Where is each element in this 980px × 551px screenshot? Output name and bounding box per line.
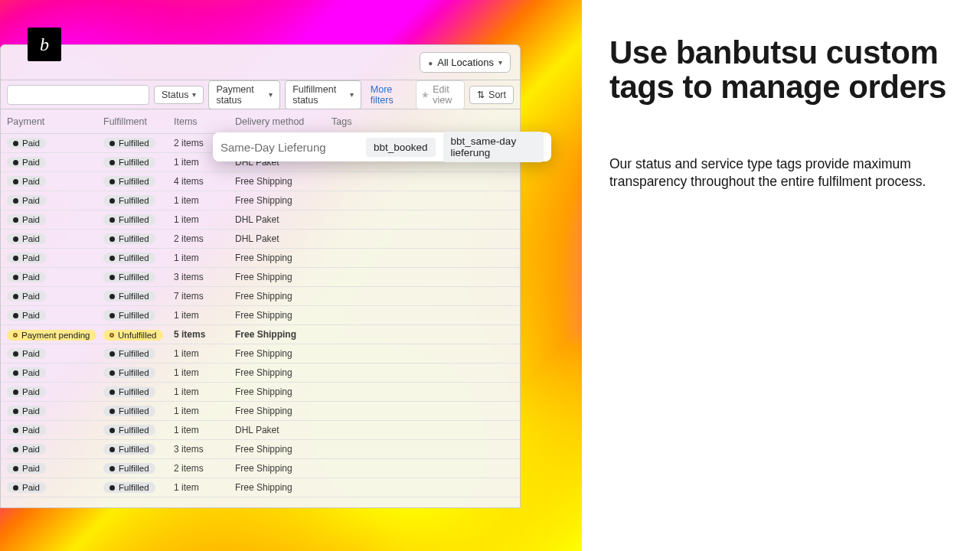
items-cell: 2 items: [174, 463, 235, 474]
status-dot-icon: [109, 390, 115, 395]
tag-callout: Same-Day Lieferung bbt_booked bbt_same-d…: [213, 132, 551, 161]
status-dot-icon: [13, 256, 18, 261]
status-dot-icon: [109, 370, 115, 376]
header-items: Items: [174, 116, 235, 127]
items-cell: 3 items: [174, 272, 235, 282]
status-dot-icon: [109, 217, 115, 223]
fulfillment-status-badge: Fulfilled: [103, 138, 155, 148]
items-cell: 4 items: [174, 176, 235, 187]
table-row[interactable]: PaidFulfilled1 itemFree Shipping: [1, 306, 520, 325]
filter-payment-status[interactable]: Payment status▾: [208, 80, 280, 109]
delivery-cell: Free Shipping: [235, 367, 332, 378]
status-dot-icon: [13, 141, 18, 146]
table-row[interactable]: PaidFulfilled1 itemFree Shipping: [1, 364, 520, 383]
delivery-cell: DHL Paket: [235, 425, 332, 435]
items-cell: 1 item: [174, 310, 235, 321]
delivery-cell: Free Shipping: [235, 406, 332, 416]
header-fulfillment: Fulfillment: [103, 116, 174, 127]
items-cell: 1 item: [174, 348, 235, 359]
table-row[interactable]: PaidFulfilled1 itemFree Shipping: [1, 478, 520, 497]
table-row[interactable]: PaidFulfilled7 itemsFree Shipping: [1, 287, 520, 306]
locations-selector[interactable]: All Locations ▾: [420, 52, 511, 73]
fulfillment-status-badge: Fulfilled: [103, 253, 155, 263]
items-cell: 1 item: [174, 253, 235, 263]
payment-status-badge: Paid: [7, 291, 46, 302]
delivery-cell: Free Shipping: [235, 176, 332, 187]
fulfillment-status-badge: Fulfilled: [103, 463, 155, 474]
table-row[interactable]: PaidFulfilled3 itemsFree Shipping: [1, 268, 520, 287]
items-cell: 1 item: [174, 386, 235, 397]
body-text: Our status and service type tags provide…: [609, 155, 966, 191]
payment-status-badge: Paid: [7, 425, 46, 435]
payment-status-badge: Paid: [7, 482, 46, 493]
filter-fulfillment-status[interactable]: Fulfillment status▾: [285, 80, 361, 109]
status-dot-icon: [13, 333, 18, 337]
status-dot-icon: [109, 466, 115, 471]
status-dot-icon: [13, 217, 18, 223]
payment-status-badge: Paid: [7, 138, 46, 148]
sort-icon: [477, 90, 485, 100]
table-row[interactable]: PaidFulfilled2 itemsFree Shipping: [1, 459, 520, 478]
edit-view-button[interactable]: Edit view: [416, 80, 465, 109]
payment-status-badge: Paid: [7, 233, 46, 244]
table-row[interactable]: PaidFulfilled4 itemsFree Shipping: [1, 172, 520, 191]
delivery-cell: Free Shipping: [235, 310, 332, 321]
table-row[interactable]: PaidFulfilled1 itemFree Shipping: [1, 191, 520, 210]
table-row[interactable]: PaidFulfilled1 itemFree Shipping: [1, 402, 520, 421]
brand-logo: b: [28, 28, 61, 61]
fulfillment-status-badge: Fulfilled: [103, 482, 155, 493]
status-dot-icon: [109, 236, 115, 242]
sort-button[interactable]: Sort: [469, 86, 514, 104]
status-dot-icon: [13, 313, 18, 318]
items-cell: 1 item: [174, 482, 235, 493]
header-delivery: Delivery method: [235, 116, 332, 127]
status-dot-icon: [109, 485, 115, 491]
tag-chip[interactable]: bbt_booked: [366, 138, 436, 157]
status-dot-icon: [13, 466, 18, 471]
status-dot-icon: [109, 179, 115, 184]
status-dot-icon: [109, 294, 115, 299]
delivery-cell: Free Shipping: [235, 463, 332, 474]
items-cell: 1 item: [174, 195, 235, 206]
fulfillment-status-badge: Fulfilled: [103, 291, 155, 302]
fulfillment-status-badge: Fulfilled: [103, 157, 155, 168]
status-dot-icon: [109, 256, 115, 261]
payment-status-badge: Paid: [7, 272, 46, 282]
table-header: Payment Fulfillment Items Delivery metho…: [1, 109, 520, 134]
table-row[interactable]: Payment pendingUnfulfilled5 itemsFree Sh…: [1, 325, 520, 344]
payment-status-badge: Paid: [7, 348, 46, 359]
table-row[interactable]: PaidFulfilled1 itemFree Shipping: [1, 249, 520, 268]
table-row[interactable]: PaidFulfilled3 itemsFree Shipping: [1, 440, 520, 459]
delivery-cell: DHL Paket: [235, 233, 332, 244]
search-input[interactable]: [7, 85, 149, 105]
filter-status[interactable]: Status▾: [154, 86, 204, 104]
status-dot-icon: [13, 179, 18, 184]
delivery-cell: Free Shipping: [235, 482, 332, 493]
chevron-down-icon: ▾: [269, 90, 273, 99]
locations-label: All Locations: [437, 57, 494, 68]
fulfillment-status-badge: Fulfilled: [103, 444, 155, 455]
fulfillment-status-badge: Fulfilled: [103, 272, 155, 282]
fulfillment-status-badge: Fulfilled: [103, 367, 155, 378]
status-dot-icon: [13, 409, 18, 414]
items-cell: 7 items: [174, 291, 235, 302]
table-row[interactable]: PaidFulfilled1 itemDHL Paket: [1, 210, 520, 230]
table-row[interactable]: PaidFulfilled1 itemFree Shipping: [1, 344, 520, 364]
table-row[interactable]: PaidFulfilled1 itemFree Shipping: [1, 383, 520, 402]
status-dot-icon: [109, 275, 115, 280]
payment-status-badge: Paid: [7, 386, 46, 397]
table-body: PaidFulfilled2 itemsPaidFulfilled1 itemD…: [1, 134, 520, 497]
header-payment: Payment: [7, 116, 103, 127]
table-row[interactable]: PaidFulfilled2 itemsDHL Paket: [1, 230, 520, 249]
delivery-cell: Free Shipping: [235, 272, 332, 282]
tag-chip[interactable]: bbt_same-day lieferung: [443, 132, 544, 162]
filters-bar: Status▾ Payment status▾ Fulfillment stat…: [1, 80, 520, 109]
status-dot-icon: [13, 275, 18, 280]
star-icon: [421, 90, 430, 100]
table-row[interactable]: PaidFulfilled1 itemDHL Paket: [1, 421, 520, 440]
delivery-cell: Free Shipping: [235, 444, 332, 455]
delivery-cell: Free Shipping: [235, 195, 332, 206]
payment-status-badge: Paid: [7, 367, 46, 378]
header-tags: Tags: [332, 116, 520, 127]
more-filters-button[interactable]: More filters: [366, 81, 411, 109]
